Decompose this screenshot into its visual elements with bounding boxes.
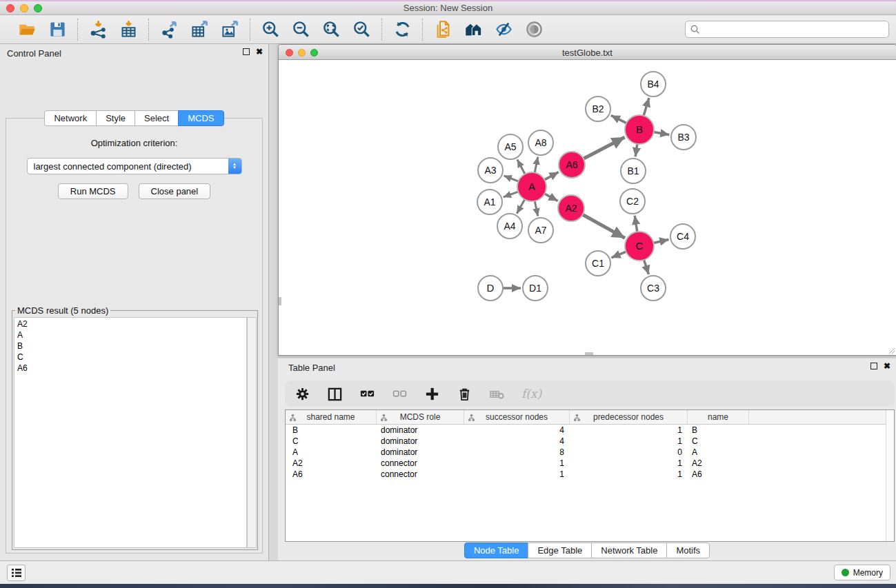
tab-mcds[interactable]: MCDS — [178, 110, 223, 126]
edge-C-C4[interactable] — [653, 240, 668, 243]
import-table-button[interactable] — [118, 19, 139, 40]
hide-graphics-button[interactable] — [493, 19, 514, 40]
edge-A-A4[interactable] — [517, 199, 524, 213]
graph-node-B4[interactable]: B4 — [641, 72, 666, 97]
zoom-selected-icon[interactable] — [352, 20, 371, 39]
delete-button[interactable] — [457, 385, 472, 403]
result-list-item[interactable]: A2 — [14, 318, 246, 330]
graph-node-A1[interactable]: A1 — [477, 190, 502, 214]
tab-node-table[interactable]: Node Table — [464, 543, 529, 558]
column-header-name[interactable]: name — [688, 410, 749, 424]
run-mcds-button[interactable]: Run MCDS — [58, 183, 128, 199]
save-session-button[interactable] — [47, 19, 68, 40]
result-list-item[interactable]: B — [14, 341, 246, 352]
network-overview-button[interactable] — [432, 19, 453, 40]
graph-node-D1[interactable]: D1 — [523, 276, 548, 301]
close-panel-icon[interactable]: ✖ — [256, 48, 263, 55]
graph-node-A2[interactable]: A2 — [558, 195, 584, 221]
home-button[interactable] — [463, 19, 484, 40]
select-all-button[interactable] — [359, 385, 375, 403]
tab-network-table[interactable]: Network Table — [591, 543, 667, 558]
edge-A-A2[interactable] — [544, 194, 557, 201]
zoom-fit-icon[interactable] — [322, 20, 341, 39]
float-panel-icon[interactable] — [243, 48, 250, 55]
export-table-button[interactable] — [189, 19, 210, 40]
deselect-all-button[interactable] — [392, 385, 408, 403]
graph-node-A5[interactable]: A5 — [498, 134, 523, 159]
column-header-predecessor-nodes[interactable]: predecessor nodes — [570, 410, 688, 424]
table-row[interactable]: Adominator80A — [286, 447, 894, 458]
tab-style[interactable]: Style — [96, 110, 135, 126]
settings-icon[interactable] — [295, 386, 310, 402]
zoom-out-icon[interactable] — [292, 20, 310, 39]
edge-A-A3[interactable] — [504, 176, 518, 181]
edge-B-B1[interactable] — [635, 144, 637, 156]
add-icon[interactable] — [424, 386, 440, 402]
tab-network[interactable]: Network — [44, 110, 97, 126]
split-view-button[interactable] — [327, 385, 343, 403]
criterion-dropdown[interactable]: largest connected component (directed) ▲… — [27, 158, 242, 174]
graph-node-A3[interactable]: A3 — [478, 158, 503, 183]
export-image-button[interactable] — [219, 19, 240, 40]
refresh-icon[interactable] — [393, 20, 412, 39]
edge-B-B4[interactable] — [644, 98, 649, 116]
result-list-item[interactable]: C — [14, 352, 246, 363]
graph-node-A7[interactable]: A7 — [528, 218, 553, 243]
graph-node-A[interactable]: A — [517, 172, 546, 201]
edge-A2-C[interactable] — [583, 214, 625, 238]
vertical-scroll-thumb[interactable] — [279, 297, 281, 305]
table-row[interactable]: A2connector11A2 — [286, 458, 894, 469]
graph-node-B1[interactable]: B1 — [621, 159, 646, 183]
zoom-in-icon[interactable] — [261, 20, 280, 39]
edge-A-A8[interactable] — [535, 157, 538, 173]
refresh-button[interactable] — [392, 19, 412, 40]
zoom-fit-button[interactable] — [321, 19, 341, 40]
graph-node-C[interactable]: C — [625, 232, 654, 261]
graph-node-C4[interactable]: C4 — [670, 224, 695, 249]
resize-grip-icon[interactable] — [887, 346, 895, 354]
table-row[interactable]: Cdominator41C — [286, 436, 894, 447]
edge-A-A7[interactable] — [535, 201, 538, 216]
graph-node-A8[interactable]: A8 — [528, 130, 553, 155]
delete-icon[interactable] — [457, 386, 472, 402]
graph-node-B2[interactable]: B2 — [586, 97, 610, 121]
edge-C-C2[interactable] — [635, 216, 637, 232]
show-graphics-icon[interactable] — [525, 20, 544, 39]
split-view-icon[interactable] — [327, 386, 343, 402]
export-network-icon[interactable] — [160, 20, 179, 39]
zoom-selected-button[interactable] — [351, 19, 372, 40]
edge-A-A6[interactable] — [544, 172, 558, 180]
network-overview-icon[interactable] — [434, 20, 452, 39]
tab-motifs[interactable]: Motifs — [666, 543, 710, 558]
edge-A-A5[interactable] — [517, 160, 525, 174]
column-header-MCDS-role[interactable]: MCDS role — [377, 410, 464, 424]
table-row[interactable]: A6connector11A6 — [286, 469, 894, 480]
edge-A6-B[interactable] — [584, 137, 625, 159]
column-header-successor-nodes[interactable]: successor nodes — [464, 410, 570, 424]
add-button[interactable] — [424, 385, 440, 403]
result-scrollbar[interactable] — [247, 317, 257, 548]
export-table-icon[interactable] — [190, 20, 209, 39]
import-network-icon[interactable] — [89, 20, 108, 39]
tab-select[interactable]: Select — [135, 110, 179, 126]
export-network-button[interactable] — [159, 19, 179, 40]
table-close-panel-icon[interactable]: ✖ — [884, 363, 890, 369]
table-float-panel-icon[interactable] — [870, 363, 877, 369]
show-graphics-button[interactable] — [524, 19, 544, 40]
open-file-button[interactable] — [17, 19, 37, 40]
graph-node-B3[interactable]: B3 — [671, 125, 696, 150]
graph-node-C1[interactable]: C1 — [586, 251, 610, 276]
edge-C-C3[interactable] — [644, 260, 649, 274]
import-table-icon[interactable] — [119, 20, 138, 39]
graph-node-A6[interactable]: A6 — [559, 152, 585, 178]
result-list-item[interactable]: A — [14, 330, 246, 341]
save-session-icon[interactable] — [48, 20, 67, 39]
close-panel-button[interactable]: Close panel — [139, 183, 211, 199]
column-header-shared-name[interactable]: shared name — [286, 410, 377, 424]
network-canvas[interactable]: B4B2BB3A5A8A6A3B1AA1C2A2A4A7C4CC1C3DD1 — [279, 60, 896, 355]
task-history-button[interactable] — [7, 565, 26, 581]
search-input[interactable] — [685, 21, 889, 38]
tab-edge-table[interactable]: Edge Table — [528, 543, 592, 558]
horizontal-scroll-thumb[interactable] — [585, 352, 593, 355]
edge-C-C1[interactable] — [611, 252, 626, 258]
